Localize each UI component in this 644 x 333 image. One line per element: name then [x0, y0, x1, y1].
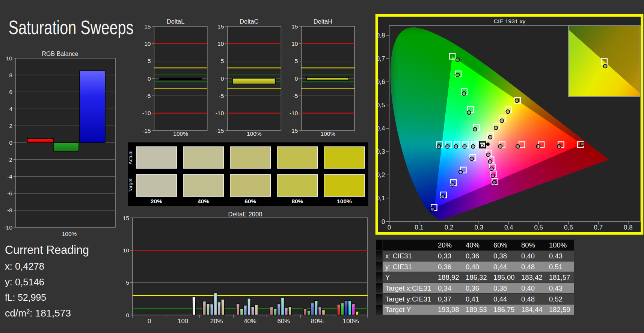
svg-text:80%: 80%	[521, 241, 535, 249]
svg-text:0,2: 0,2	[376, 171, 385, 178]
svg-text:10: 10	[217, 40, 224, 47]
svg-text:186,75: 186,75	[493, 306, 515, 314]
svg-text:0,2: 0,2	[445, 224, 454, 231]
svg-text:-2: -2	[7, 156, 12, 163]
svg-text:5: 5	[148, 58, 151, 64]
svg-text:-15: -15	[290, 128, 298, 134]
svg-text:-5: -5	[219, 93, 224, 99]
svg-text:182,59: 182,59	[549, 306, 570, 314]
svg-text:0: 0	[221, 75, 224, 82]
svg-text:80%: 80%	[291, 198, 303, 204]
svg-text:5: 5	[221, 58, 224, 64]
svg-text:15: 15	[217, 23, 224, 30]
svg-text:100: 100	[178, 318, 188, 325]
svg-text:RGB Balance: RGB Balance	[42, 51, 78, 57]
svg-text:15: 15	[291, 23, 298, 30]
svg-text:0,41: 0,41	[466, 295, 479, 303]
svg-text:Current Reading: Current Reading	[5, 243, 89, 256]
svg-text:cd/m²: 181,573: cd/m²: 181,573	[5, 308, 71, 319]
svg-text:0,3: 0,3	[376, 148, 385, 155]
svg-text:Target y:CIE31: Target y:CIE31	[385, 295, 431, 303]
svg-text:0,51: 0,51	[549, 263, 563, 271]
svg-text:0,52: 0,52	[549, 295, 563, 303]
svg-text:0,7: 0,7	[376, 55, 385, 62]
svg-text:-5: -5	[293, 93, 298, 99]
svg-text:0,8: 0,8	[624, 224, 633, 231]
svg-text:188,92: 188,92	[438, 273, 459, 281]
svg-text:186,32: 186,32	[466, 273, 487, 281]
svg-text:-10: -10	[290, 110, 298, 116]
svg-text:100%: 100%	[62, 231, 77, 237]
svg-text:100%: 100%	[343, 318, 359, 325]
svg-text:Actual: Actual	[128, 150, 133, 165]
svg-text:40%: 40%	[198, 198, 209, 204]
svg-text:-15: -15	[142, 128, 151, 134]
svg-text:0,38: 0,38	[493, 252, 507, 260]
svg-text:CIE 1931 xy: CIE 1931 xy	[494, 18, 526, 24]
svg-text:x: CIE31: x: CIE31	[385, 252, 412, 260]
svg-text:-8: -8	[7, 207, 12, 213]
svg-text:0,36: 0,36	[466, 284, 479, 292]
svg-text:0,37: 0,37	[438, 295, 451, 303]
svg-text:-10: -10	[4, 224, 13, 231]
svg-text:0: 0	[148, 75, 151, 82]
svg-text:-6: -6	[7, 190, 12, 196]
svg-text:-10: -10	[216, 110, 224, 116]
svg-text:0,6: 0,6	[564, 224, 573, 231]
svg-text:0: 0	[9, 140, 12, 146]
svg-text:DeltaE 2000: DeltaE 2000	[228, 211, 262, 218]
svg-text:0: 0	[126, 312, 129, 318]
svg-text:0: 0	[295, 75, 298, 82]
svg-text:0,38: 0,38	[493, 284, 507, 292]
svg-text:0,1: 0,1	[415, 224, 424, 231]
svg-text:0: 0	[388, 224, 391, 231]
svg-text:-5: -5	[146, 93, 151, 99]
svg-text:0,40: 0,40	[521, 252, 535, 260]
svg-text:0,44: 0,44	[493, 263, 507, 271]
svg-text:0,3: 0,3	[474, 224, 483, 231]
svg-text:100%: 100%	[247, 130, 262, 137]
svg-text:15: 15	[123, 215, 129, 221]
svg-text:-15: -15	[216, 128, 224, 134]
svg-text:10: 10	[291, 40, 298, 47]
svg-text:0: 0	[382, 218, 385, 225]
svg-text:DeltaH: DeltaH	[314, 18, 332, 25]
svg-text:0,40: 0,40	[466, 263, 479, 271]
svg-text:0: 0	[148, 318, 151, 325]
svg-text:100%: 100%	[173, 130, 188, 137]
svg-text:0,1: 0,1	[376, 195, 385, 202]
svg-text:20%: 20%	[438, 241, 452, 249]
svg-text:Target x:CIE31: Target x:CIE31	[385, 284, 431, 292]
svg-text:40%: 40%	[466, 241, 480, 249]
svg-text:15: 15	[144, 23, 151, 30]
svg-text:6: 6	[9, 89, 12, 95]
svg-text:5: 5	[295, 58, 298, 64]
svg-text:80%: 80%	[311, 318, 324, 325]
svg-text:60%: 60%	[244, 198, 256, 204]
svg-text:fL: 52,995: fL: 52,995	[5, 292, 46, 303]
svg-text:0,4: 0,4	[376, 125, 385, 132]
svg-text:184,44: 184,44	[521, 306, 543, 314]
svg-text:0,36: 0,36	[466, 252, 479, 260]
svg-text:0,8: 0,8	[376, 32, 385, 39]
svg-text:0,7: 0,7	[594, 224, 603, 231]
svg-text:60%: 60%	[493, 241, 507, 249]
svg-text:0,40: 0,40	[521, 284, 535, 292]
svg-text:185,00: 185,00	[493, 273, 515, 281]
svg-text:0,6: 0,6	[376, 78, 385, 86]
svg-text:Target: Target	[128, 178, 133, 192]
svg-text:181,57: 181,57	[549, 273, 570, 281]
svg-text:8: 8	[9, 72, 12, 78]
svg-text:x: 0,4278: x: 0,4278	[5, 261, 44, 272]
svg-text:4: 4	[9, 106, 12, 112]
svg-text:0,5: 0,5	[534, 224, 543, 231]
svg-text:0,48: 0,48	[521, 263, 535, 271]
svg-text:10: 10	[123, 247, 130, 254]
svg-text:5: 5	[126, 279, 129, 286]
svg-text:20%: 20%	[210, 318, 223, 325]
svg-text:0,44: 0,44	[493, 295, 507, 303]
svg-text:0,33: 0,33	[438, 252, 451, 260]
svg-text:193,08: 193,08	[438, 306, 459, 314]
svg-text:0,34: 0,34	[438, 284, 451, 292]
svg-text:20%: 20%	[151, 198, 162, 204]
